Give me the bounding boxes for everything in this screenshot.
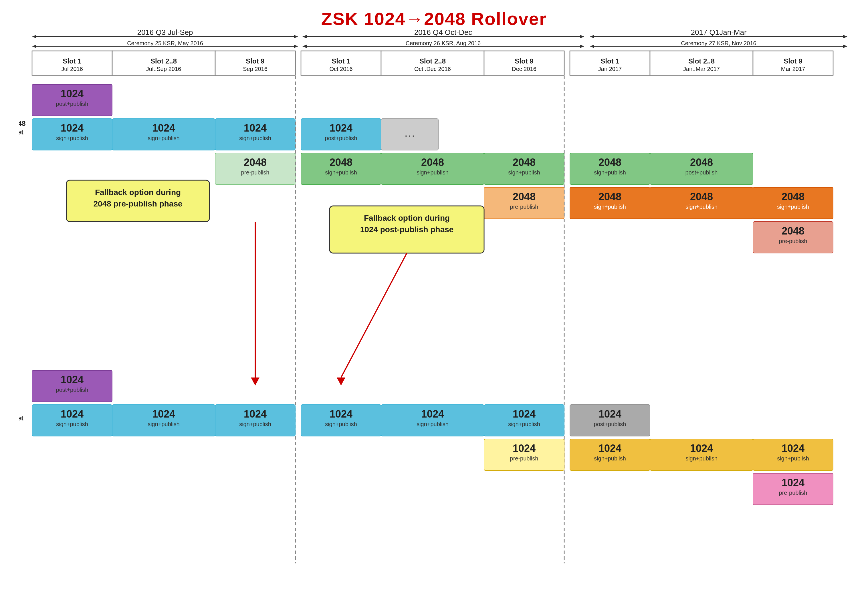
svg-marker-2: [294, 35, 298, 38]
slot3-name: Slot 9: [246, 57, 264, 65]
svg-marker-16: [590, 44, 594, 48]
svg-marker-5: [580, 35, 584, 38]
slot1-date: Jul 2016: [61, 66, 83, 72]
f-1024-sign-4-action: sign+publish: [325, 421, 357, 427]
slot4-date: Oct 2016: [329, 66, 353, 72]
n-2048-sign-3: 2048: [513, 156, 536, 168]
n-2048-sign-4: 2048: [598, 156, 621, 168]
slot5-name: Slot 2..8: [419, 57, 446, 65]
slot7-date: Jan 2017: [598, 66, 621, 72]
slot2-date: Jul..Sep 2016: [146, 66, 181, 72]
f-1024-sign-6-action: sign+publish: [508, 421, 540, 427]
normal-section-label2: 1024-to-2048: [19, 119, 26, 127]
fallback-section-label3: ZSK keyset: [19, 414, 24, 422]
fallback-box2-line2: 1024 post-publish phase: [360, 225, 454, 234]
n-1024-post-1-action: post+publish: [56, 101, 89, 107]
n-2048-sign-1: 2048: [329, 156, 353, 168]
n-1024-sign-3-action: sign+publish: [239, 135, 271, 141]
svg-marker-14: [580, 44, 584, 48]
slot3-date: Sep 2016: [243, 66, 267, 72]
fallback-box1-line1: Fallback option during: [95, 188, 181, 197]
n-2048-sign-3-action: sign+publish: [508, 169, 540, 176]
f-1024-sign-3: 1024: [244, 408, 267, 420]
f-1024-sign-6: 1024: [513, 408, 536, 420]
n-2048-pre-2: 2048: [513, 191, 536, 202]
n-2048-pre-3: 2048: [782, 225, 805, 237]
f-1024-pre-2-action: pre-publish: [779, 490, 807, 496]
svg-marker-10: [32, 44, 36, 48]
f-1024-sign-2-action: sign+publish: [148, 421, 180, 427]
n-2048-sign-5: 2048: [598, 191, 621, 202]
svg-marker-1: [32, 35, 36, 38]
f-1024-sign-2: 1024: [152, 408, 175, 420]
normal-section-label3: ZSK keyset: [19, 128, 24, 136]
slot9-date: Mar 2017: [781, 66, 805, 72]
n-ellipsis: …: [404, 126, 415, 139]
ceremony2-label: Ceremony 26 KSR, Aug 2016: [406, 40, 481, 46]
n-2048-post-1: 2048: [690, 156, 713, 168]
svg-marker-13: [303, 44, 307, 48]
n-2048-sign-6: 2048: [690, 191, 713, 202]
n-2048-pre-3-action: pre-publish: [779, 238, 807, 244]
n-1024-sign-3: 1024: [244, 122, 267, 134]
n-1024-post-1: 1024: [61, 88, 84, 100]
f-1024-post-2-action: post+publish: [594, 421, 626, 427]
quarter3-label: 2017 Q1Jan-Mar: [691, 29, 746, 37]
slot7-name: Slot 1: [601, 57, 619, 65]
f-1024-sign-1-action: sign+publish: [56, 421, 88, 427]
svg-marker-8: [843, 35, 847, 38]
main-container: ZSK 1024→2048 Rollover 2016 Q3 Jul-Sep 2…: [0, 0, 868, 596]
n-2048-pre-2-action: pre-publish: [510, 204, 539, 210]
quarter2-label: 2016 Q4 Oct-Dec: [414, 29, 472, 37]
n-2048-pre-1-action: pre-publish: [241, 169, 270, 176]
slot9-name: Slot 9: [784, 57, 802, 65]
f-1024-post-1: 1024: [61, 374, 84, 385]
f-1024-pre-1: 1024: [513, 443, 536, 454]
slot4-name: Slot 1: [332, 57, 350, 65]
n-2048-post-1-action: post+publish: [685, 169, 718, 176]
diagram-svg: 2016 Q3 Jul-Sep 2016 Q4 Oct-Dec 2017 Q1J…: [19, 29, 849, 566]
n-2048-pre-1: 2048: [244, 156, 267, 168]
svg-marker-49: [337, 378, 345, 385]
n-2048-sign-4-action: sign+publish: [594, 169, 626, 176]
n-1024-sign-1: 1024: [61, 122, 84, 134]
f-1024-pre-2: 1024: [782, 477, 805, 488]
quarter1-label: 2016 Q3 Jul-Sep: [137, 29, 193, 37]
f-1024-sign-9: 1024: [782, 443, 805, 454]
slot8-date: Jan..Mar 2017: [683, 66, 720, 72]
f-1024-sign-8: 1024: [690, 443, 713, 454]
slot8-name: Slot 2..8: [688, 57, 714, 65]
n-2048-sign-6-action: sign+publish: [685, 204, 717, 210]
slot6-date: Dec 2016: [512, 66, 536, 72]
ceremony1-label: Ceremony 25 KSR, May 2016: [127, 40, 203, 46]
n-2048-sign-2: 2048: [421, 156, 444, 168]
f-1024-sign-1: 1024: [61, 408, 84, 420]
n-1024-sign-1-action: sign+publish: [56, 135, 88, 141]
f-1024-sign-5-action: sign+publish: [416, 421, 449, 427]
n-1024-sign-2: 1024: [152, 122, 175, 134]
f-1024-sign-5: 1024: [421, 408, 444, 420]
n-2048-sign-1-action: sign+publish: [325, 169, 357, 176]
slot1-name: Slot 1: [63, 57, 81, 65]
svg-line-48: [341, 253, 407, 378]
f-1024-post-2: 1024: [598, 408, 621, 420]
f-1024-sign-7: 1024: [598, 443, 621, 454]
f-1024-sign-7-action: sign+publish: [594, 455, 626, 462]
fallback-box2-line1: Fallback option during: [364, 214, 450, 223]
page-title: ZSK 1024→2048 Rollover: [17, 9, 851, 29]
f-1024-sign-3-action: sign+publish: [239, 421, 271, 427]
n-2048-sign-5-action: sign+publish: [594, 204, 626, 210]
slot5-date: Oct..Dec 2016: [414, 66, 451, 72]
svg-marker-47: [251, 378, 260, 385]
svg-marker-11: [294, 44, 298, 48]
n-1024-sign-4-action: post+publish: [325, 135, 357, 141]
f-1024-sign-4: 1024: [329, 408, 353, 420]
svg-marker-7: [590, 35, 594, 38]
n-1024-sign-2-action: sign+publish: [148, 135, 180, 141]
n-2048-sign-2-action: sign+publish: [416, 169, 449, 176]
svg-marker-4: [303, 35, 307, 38]
f-1024-sign-9-action: sign+publish: [777, 455, 809, 462]
n-1024-sign-4: 1024: [329, 122, 353, 134]
f-1024-sign-8-action: sign+publish: [685, 455, 717, 462]
n-2048-sign-7: 2048: [782, 191, 805, 202]
